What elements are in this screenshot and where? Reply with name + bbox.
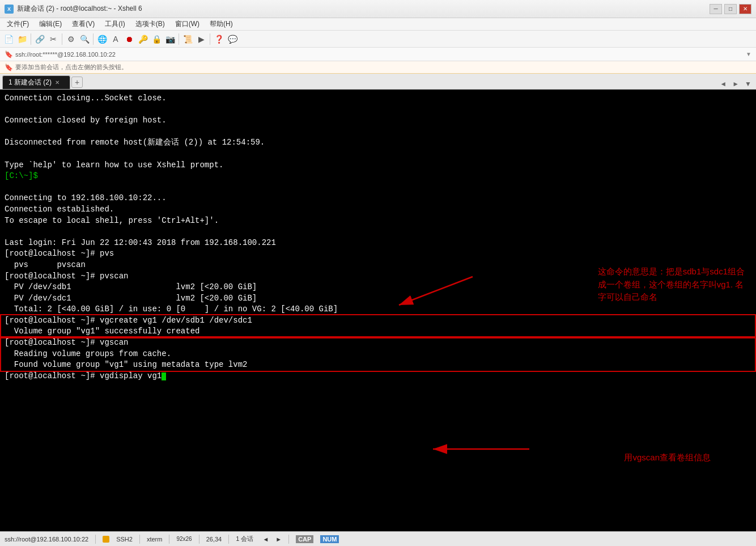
terminal-line: [root@localhost ~]# vgcreate vg1 /dev/sd… [5, 315, 751, 327]
terminal-line: pvs pvscan [5, 260, 751, 271]
terminal-line: Found volume group "vg1" using metadata … [5, 359, 751, 371]
tab-bar: 1 新建会话 (2) ✕ + ◄ ► ▼ [0, 74, 756, 90]
toolbar-separator-4 [179, 33, 179, 45]
terminal-container: Connection closing...Socket close. Conne… [0, 90, 756, 531]
status-separator-2 [139, 535, 140, 544]
terminal-line [5, 226, 751, 238]
status-separator-6 [288, 535, 289, 544]
terminal-line: Disconnected from remote host(新建会话 (2)) … [5, 137, 751, 149]
status-protocol: SSH2 [116, 536, 133, 543]
status-indicator [103, 536, 109, 543]
lock-button[interactable]: 🔒 [150, 33, 163, 45]
status-cursor: 26,34 [206, 536, 222, 543]
connect-button[interactable]: 🔗 [33, 33, 46, 45]
address-dropdown[interactable]: ▼ [746, 51, 751, 57]
terminal-line: [root@localhost ~]# pvs [5, 248, 751, 260]
menu-tools[interactable]: 工具(I) [100, 18, 129, 30]
menu-file[interactable]: 文件(F) [2, 18, 33, 30]
terminal-line: PV /dev/sdb1 lvm2 [<20.00 GiB] [5, 282, 751, 293]
terminal-line [5, 104, 751, 116]
toolbar: 📄 📁 🔗 ✂ ⚙ 🔍 🌐 A ⏺ 🔑 🔒 📷 📜 ▶ ❓ 💬 [0, 31, 756, 48]
terminal-line: Connecting to 192.168.100.10:22... [5, 193, 751, 204]
font-button[interactable]: A [109, 33, 122, 45]
window-controls[interactable]: ─ □ ✕ [710, 4, 751, 14]
terminal-line: Reading volume groups from cache. [5, 349, 751, 360]
status-ssh: ssh://root@192.168.100.10:22 [5, 536, 88, 543]
address-bar: 🔖 ssh://root:******@192.168.100.10:22 ▼ [0, 48, 756, 61]
title-bar: X 新建会话 (2) - root@localhost:~ - Xshell 6… [0, 0, 756, 18]
menu-bar: 文件(F) 编辑(E) 查看(V) 工具(I) 选项卡(B) 窗口(W) 帮助(… [0, 18, 756, 31]
minimize-button[interactable]: ─ [710, 4, 722, 14]
menu-view[interactable]: 查看(V) [67, 18, 99, 30]
settings-button[interactable]: ⚙ [65, 33, 77, 45]
terminal-line: Connection closing...Socket close. [5, 93, 751, 104]
toolbar-separator-3 [93, 33, 94, 45]
bookmark-text: 要添加当前会话，点击左侧的箭头按钮。 [15, 63, 128, 71]
terminal-line [5, 126, 751, 138]
color-button[interactable]: 🌐 [96, 33, 108, 45]
status-terminal: xterm [147, 536, 163, 543]
macro-button[interactable]: ▶ [195, 33, 207, 45]
close-button[interactable]: ✕ [739, 4, 751, 14]
menu-edit[interactable]: 编辑(E) [35, 18, 66, 30]
toolbar-separator-1 [31, 33, 31, 45]
terminal[interactable]: Connection closing...Socket close. Conne… [0, 90, 756, 531]
tab-menu-button[interactable]: ▼ [742, 79, 754, 89]
address-text: ssh://root:******@192.168.100.10:22 [15, 51, 116, 58]
status-cap: CAP [296, 535, 313, 543]
terminal-line: [root@localhost ~]# vgscan [5, 337, 751, 349]
app-icon: X [5, 5, 14, 14]
status-separator-1 [95, 535, 96, 544]
tab-add-button[interactable]: + [71, 77, 83, 88]
window-title: 新建会话 (2) - root@localhost:~ - Xshell 6 [17, 4, 142, 14]
menu-help[interactable]: 帮助(H) [205, 18, 237, 30]
record-button[interactable]: ⏺ [123, 33, 135, 45]
tab-session-1[interactable]: 1 新建会话 (2) ✕ [2, 75, 70, 89]
tab-navigation: ◄ ► ▼ [717, 79, 754, 89]
terminal-line: Connection established. [5, 204, 751, 215]
terminal-line [5, 149, 751, 160]
bookmark-bar: 🔖 要添加当前会话，点击左侧的箭头按钮。 [0, 61, 756, 74]
status-size: 92x26 [176, 536, 192, 542]
tab-prev-button[interactable]: ◄ [717, 79, 729, 89]
new-file-button[interactable]: 📄 [2, 33, 15, 45]
terminal-line: PV /dev/sdc1 lvm2 [<20.00 GiB] [5, 293, 751, 304]
status-bar: ssh://root@192.168.100.10:22 SSH2 xterm … [0, 531, 756, 546]
terminal-line: [root@localhost ~]# vgdisplay vg1 [5, 371, 751, 382]
status-separator-3 [169, 535, 169, 544]
status-separator-5 [228, 535, 229, 544]
bookmark-icon: 🔖 [5, 64, 13, 71]
tab-close-icon[interactable]: ✕ [55, 79, 60, 86]
tab-label: 1 新建会话 (2) [9, 78, 52, 87]
terminal-line: Last login: Fri Jun 22 12:00:43 2018 fro… [5, 238, 751, 249]
maximize-button[interactable]: □ [724, 4, 737, 14]
title-bar-left: X 新建会话 (2) - root@localhost:~ - Xshell 6 [5, 4, 142, 14]
status-separator-4 [199, 535, 199, 544]
menu-window[interactable]: 窗口(W) [171, 18, 204, 30]
terminal-line: Volume group "vg1" successfully created [5, 326, 751, 337]
status-nav-prev[interactable]: ◄ [262, 536, 269, 543]
status-nav-next[interactable]: ► [275, 536, 282, 543]
open-button[interactable]: 📁 [16, 33, 28, 45]
disconnect-button[interactable]: ✂ [47, 33, 60, 45]
terminal-line: Type `help' to learn how to use Xshell p… [5, 160, 751, 171]
toolbar-separator-2 [62, 33, 62, 45]
help-button[interactable]: ❓ [213, 33, 225, 45]
menu-tabs[interactable]: 选项卡(B) [131, 18, 169, 30]
terminal-line: [C:\~]$ [5, 171, 751, 182]
key-button[interactable]: 🔑 [137, 33, 149, 45]
address-icon: 🔖 [5, 50, 13, 58]
script-button[interactable]: 📜 [181, 33, 194, 45]
toolbar-separator-5 [210, 33, 210, 45]
terminal-line [5, 182, 751, 193]
tab-next-button[interactable]: ► [730, 79, 741, 89]
status-sessions: 1 会话 [236, 535, 253, 543]
terminal-line: To escape to local shell, press 'Ctrl+Al… [5, 215, 751, 227]
status-num: NUM [320, 535, 339, 543]
terminal-line: Total: 2 [<40.00 GiB] / in use: 0 [0 ] /… [5, 304, 751, 315]
camera-button[interactable]: 📷 [164, 33, 176, 45]
terminal-line: Connection closed by foreign host. [5, 115, 751, 126]
search-button[interactable]: 🔍 [78, 33, 91, 45]
chat-button[interactable]: 💬 [226, 33, 239, 45]
terminal-line: [root@localhost ~]# pvscan [5, 271, 751, 282]
